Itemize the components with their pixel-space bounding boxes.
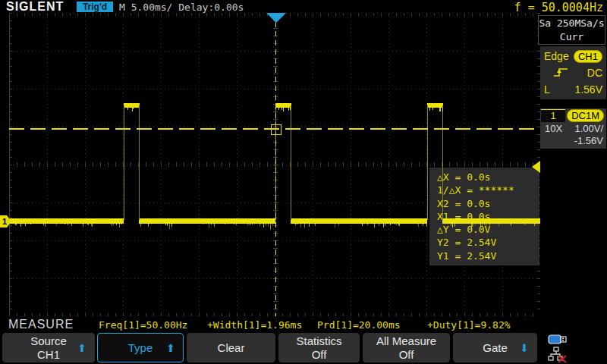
timebase-readout: M 5.00ms/ Delay:0.00s bbox=[119, 2, 244, 13]
volts-per-div: 1.00V/ bbox=[574, 123, 603, 134]
menu-button-clear[interactable]: Clear bbox=[187, 333, 275, 362]
menu-button-sublabel: Off bbox=[312, 348, 327, 362]
measure-period: Prd[1]=20.00ms bbox=[317, 319, 401, 331]
grid-hline bbox=[9, 13, 540, 14]
menu-button-label: Source bbox=[30, 334, 67, 348]
cursor-readout-line: Y1 = 2.54V bbox=[437, 249, 539, 262]
channel-offset: -1.56V bbox=[574, 135, 603, 146]
probe-attenuation: 10X bbox=[545, 123, 562, 134]
channel1-info-box[interactable]: 1 DC1M 10X 1.00V/ -1.56V bbox=[540, 108, 606, 149]
right-sidebar: Sa 250MSa/s Curr 17.5Mpts Edge CH1 DC L … bbox=[540, 13, 607, 316]
menu-button-label: Gate bbox=[483, 341, 508, 355]
cursor-readout-line: X2 = 0.0s bbox=[437, 197, 539, 210]
menu-button-type[interactable]: Type⬆ bbox=[97, 333, 184, 362]
trigger-mode: Edge bbox=[544, 50, 569, 62]
trigger-info-box: Edge CH1 DC L 1.56V bbox=[540, 46, 606, 99]
measure-freq: Freq[1]=50.00Hz bbox=[99, 319, 187, 331]
menu-button-sublabel: CH1 bbox=[37, 348, 60, 362]
channel-number: 1 bbox=[541, 109, 565, 122]
measure-pos-width: +Width[1]=1.96ms bbox=[207, 319, 302, 331]
menu-button-all-measure[interactable]: All MeasureOff bbox=[363, 333, 450, 362]
grid-hline bbox=[9, 165, 540, 165]
header-bar: SIGLENT Trig'd M 5.00ms/ Delay:0.00s f =… bbox=[0, 0, 607, 14]
measure-pos-duty: +Duty[1]=9.82% bbox=[427, 319, 511, 331]
menu-button-label: Clear bbox=[218, 341, 245, 355]
grid-hline bbox=[9, 89, 540, 89]
measure-bar: MEASURE Freq[1]=50.00Hz +Width[1]=1.96ms… bbox=[0, 316, 607, 332]
sample-rate: Sa 250MSa/s bbox=[539, 17, 605, 30]
chevron-up-icon: ⬆ bbox=[77, 341, 86, 355]
oscilloscope-screen: SIGLENT Trig'd M 5.00ms/ Delay:0.00s f =… bbox=[0, 0, 607, 364]
menu-button-label: Statistics bbox=[296, 334, 341, 348]
graticule bbox=[9, 13, 540, 316]
trigger-level-label: L bbox=[544, 83, 550, 96]
trigger-level-value: 1.56V bbox=[574, 83, 602, 96]
trigger-coupling: DC bbox=[587, 67, 602, 79]
chevron-up-icon: ⬆ bbox=[166, 341, 175, 355]
menu-button-label: Type bbox=[128, 341, 153, 355]
grid-hline bbox=[9, 51, 540, 52]
channel-coupling-badge: DC1M bbox=[567, 109, 604, 122]
cursor-readout-line: 1/△X = ****** bbox=[437, 184, 539, 196]
menu-button-gate[interactable]: Gate⬇ bbox=[453, 333, 537, 362]
rising-edge-icon bbox=[553, 67, 568, 80]
grid-hline bbox=[9, 278, 540, 279]
menu-button-statistics[interactable]: StatisticsOff bbox=[278, 333, 360, 362]
menu-button-source[interactable]: SourceCH1⬆ bbox=[2, 333, 95, 362]
menu-button-label: All Measure bbox=[376, 334, 436, 348]
trigger-status-badge: Trig'd bbox=[77, 2, 113, 12]
cursor-readout-line: Y2 = 2.54V bbox=[437, 236, 539, 249]
menu-button-sublabel: Off bbox=[399, 348, 414, 362]
soft-menu-bar: SourceCH1⬆Type⬆ClearStatisticsOffAll Mea… bbox=[0, 332, 607, 364]
acquisition-info-box: Sa 250MSa/s Curr 17.5Mpts bbox=[538, 15, 605, 45]
cursor-readout-line: X1 = 0.0s bbox=[437, 210, 539, 223]
cursor-readout-box: △X = 0.0s1/△X = ******X2 = 0.0sX1 = 0.0s… bbox=[429, 168, 539, 265]
cursor-readout-line: △Y = 0.0V bbox=[437, 223, 539, 236]
lan-disconnected-icon bbox=[548, 347, 568, 364]
measure-title: MEASURE bbox=[8, 318, 74, 331]
status-icons bbox=[548, 334, 605, 364]
chevron-down-icon: ⬇ bbox=[520, 341, 529, 355]
cursor-readout-line: △X = 0.0s bbox=[437, 171, 539, 184]
siglent-logo: SIGLENT bbox=[6, 0, 64, 14]
grid-hline bbox=[9, 127, 540, 127]
trigger-source-badge[interactable]: CH1 bbox=[574, 50, 602, 63]
